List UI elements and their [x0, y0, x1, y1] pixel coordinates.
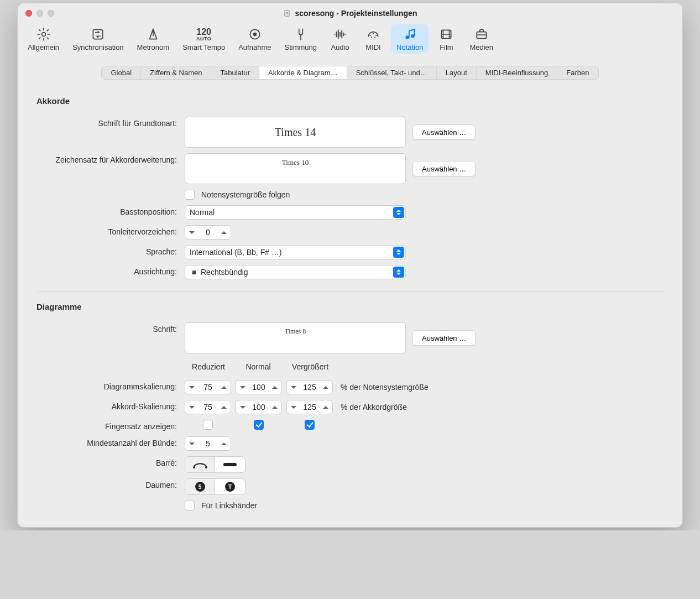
- diagram-scale-enlarged-stepper[interactable]: 125: [286, 380, 333, 394]
- minimize-icon[interactable]: [36, 10, 43, 17]
- label-thumb: Daumen:: [36, 478, 185, 489]
- subtab-layout[interactable]: Layout: [437, 66, 477, 79]
- label-min-frets: Mindestanzahl der Bünde:: [36, 436, 185, 447]
- notation-subtabs: Global Ziffern & Namen Tabulatur Akkorde…: [18, 57, 682, 83]
- subtab-chords-diagrams[interactable]: Akkorde & Diagram…: [259, 66, 347, 79]
- diagram-scale-normal-stepper[interactable]: 100: [236, 380, 282, 394]
- chevron-updown-icon: [393, 267, 404, 278]
- tab-notation[interactable]: Notation: [391, 24, 429, 54]
- bass-position-popup[interactable]: Normal: [185, 205, 406, 220]
- svg-point-15: [193, 466, 195, 468]
- fingering-normal-checkbox[interactable]: [254, 420, 264, 430]
- lefthanded-checkbox[interactable]: [185, 501, 195, 511]
- follow-staff-size-checkbox[interactable]: [185, 190, 195, 200]
- divider: [36, 291, 664, 292]
- barre-style-segmented[interactable]: [185, 456, 245, 473]
- stepper-up-icon[interactable]: [217, 226, 231, 239]
- tab-record[interactable]: Aufnahme: [233, 24, 276, 54]
- label-root-font: Schrift für Grundtonart:: [36, 117, 185, 128]
- stepper-up-icon[interactable]: [319, 381, 332, 394]
- fingering-reduced-checkbox[interactable]: [203, 420, 213, 430]
- thumb-letter-option[interactable]: T: [215, 479, 245, 494]
- alignment-popup[interactable]: ◾ Rechtsbündig: [185, 265, 406, 279]
- lefthanded-label: Für Linkshänder: [201, 501, 257, 510]
- tab-metronome[interactable]: Metronom: [132, 24, 175, 54]
- subtab-numbers-names[interactable]: Ziffern & Namen: [141, 66, 211, 79]
- thumb-style-segmented[interactable]: 5 T: [185, 478, 245, 495]
- window-title-text: scoresong - Projekteinstellungen: [295, 9, 417, 18]
- stepper-down-icon[interactable]: [236, 381, 249, 394]
- stepper-up-icon[interactable]: [319, 400, 332, 414]
- stepper-down-icon[interactable]: [236, 400, 249, 414]
- svg-point-16: [205, 466, 207, 468]
- stepper-up-icon[interactable]: [268, 381, 281, 394]
- tab-tuning[interactable]: Stimmung: [279, 24, 322, 54]
- subtab-colors[interactable]: Farben: [557, 66, 598, 79]
- label-diagram-font: Schrift:: [36, 322, 185, 334]
- tab-smart-tempo[interactable]: 120 AUTO Smart Tempo: [177, 24, 231, 54]
- chord-scale-reduced-stepper[interactable]: 75: [185, 400, 231, 414]
- section-title-diagrams: Diagramme: [36, 302, 664, 311]
- min-frets-stepper[interactable]: 5: [185, 436, 231, 451]
- svg-rect-0: [284, 11, 289, 17]
- briefcase-icon: [474, 27, 489, 42]
- film-icon: [438, 27, 454, 42]
- tab-sync[interactable]: Synchronisation: [67, 24, 129, 54]
- barre-arc-icon: [192, 461, 208, 468]
- stepper-up-icon[interactable]: [217, 400, 231, 414]
- choose-diagram-font-button[interactable]: Auswählen …: [412, 330, 476, 346]
- subtab-clefs-time[interactable]: Schlüssel, Takt- und…: [347, 66, 437, 79]
- thumb-number-icon: 5: [195, 482, 205, 492]
- label-barre: Barré:: [36, 456, 185, 467]
- label-alignment: Ausrichtung:: [36, 265, 185, 276]
- thumb-letter-icon: T: [225, 482, 235, 492]
- diagram-scale-suffix: % der Notensystemgröße: [341, 383, 429, 392]
- label-scale-sign: Tonleitervorzeichen:: [36, 225, 185, 236]
- scale-sign-stepper[interactable]: 0: [185, 225, 231, 239]
- chord-scale-enlarged-stepper[interactable]: 125: [286, 400, 333, 414]
- language-popup[interactable]: International (B, Bb, F# …): [185, 245, 406, 259]
- barre-bar-option[interactable]: [215, 457, 245, 472]
- close-icon[interactable]: [25, 10, 32, 17]
- diagram-scale-reduced-stepper[interactable]: 75: [185, 380, 231, 394]
- svg-point-6: [370, 35, 371, 36]
- tab-media[interactable]: Medien: [464, 24, 499, 54]
- metronome-icon: [145, 27, 161, 42]
- barre-arc-option[interactable]: [185, 457, 215, 472]
- window-controls: [25, 10, 54, 17]
- svg-point-9: [371, 37, 372, 38]
- subtab-midi-influence[interactable]: MIDI-Beeinflussung: [477, 66, 557, 79]
- svg-point-8: [375, 35, 377, 36]
- stepper-up-icon[interactable]: [217, 381, 231, 394]
- smart-tempo-icon: 120 AUTO: [196, 27, 212, 42]
- chevron-updown-icon: [393, 207, 404, 218]
- titlebar: scoresong - Projekteinstellungen: [18, 3, 682, 23]
- stepper-down-icon[interactable]: [287, 381, 300, 394]
- gear-icon: [36, 27, 51, 42]
- zoom-icon[interactable]: [48, 10, 54, 17]
- stepper-down-icon[interactable]: [185, 400, 198, 414]
- stepper-down-icon[interactable]: [185, 437, 198, 450]
- tab-film[interactable]: Film: [431, 24, 462, 54]
- thumb-number-option[interactable]: 5: [185, 479, 215, 494]
- choose-extension-font-button[interactable]: Auswählen …: [412, 161, 476, 176]
- stepper-down-icon[interactable]: [185, 226, 198, 239]
- stepper-down-icon[interactable]: [185, 381, 198, 394]
- choose-root-font-button[interactable]: Auswählen …: [412, 124, 476, 140]
- subtab-global[interactable]: Global: [102, 66, 141, 79]
- stepper-down-icon[interactable]: [287, 400, 300, 414]
- tab-general[interactable]: Allgemein: [22, 24, 65, 54]
- stepper-up-icon[interactable]: [217, 437, 231, 450]
- align-right-icon: ◾: [190, 268, 198, 277]
- tab-audio[interactable]: Audio: [325, 24, 356, 54]
- tab-midi[interactable]: MIDI: [358, 24, 389, 54]
- svg-point-7: [373, 33, 374, 34]
- stepper-up-icon[interactable]: [268, 400, 281, 414]
- midi-icon: [365, 27, 381, 42]
- header-enlarged: Vergrößert: [284, 362, 336, 371]
- fingering-enlarged-checkbox[interactable]: [305, 420, 315, 430]
- tuning-fork-icon: [293, 27, 309, 42]
- notation-icon: [402, 27, 417, 42]
- subtab-tablature[interactable]: Tabulatur: [211, 66, 259, 79]
- chord-scale-normal-stepper[interactable]: 100: [236, 400, 282, 414]
